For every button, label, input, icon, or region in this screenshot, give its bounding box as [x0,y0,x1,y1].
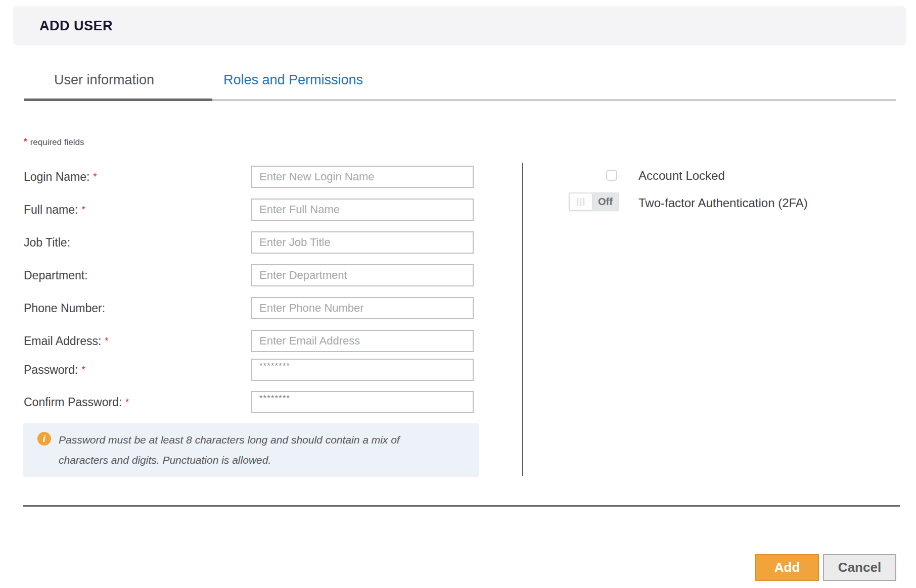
full-name-input[interactable] [251,199,474,221]
login-name-label: Login Name:* [24,170,97,184]
form-row-login-name: Login Name:* [0,166,506,188]
login-name-input[interactable] [251,166,474,188]
account-locked-checkbox[interactable] [606,170,617,181]
two-factor-label: Two-factor Authentication (2FA) [638,196,808,210]
email-address-input[interactable] [251,330,474,352]
tab-user-information[interactable]: User information [54,72,154,88]
tab-roles-permissions[interactable]: Roles and Permissions [223,72,363,88]
cancel-button[interactable]: Cancel [823,554,896,581]
password-label: Password:* [24,363,85,377]
form-row-confirm-password: Confirm Password:* [0,391,506,413]
toggle-state-label: Off [592,196,619,208]
toggle-grip-line [580,198,581,206]
add-user-button[interactable]: Add [755,554,819,581]
vertical-divider [522,163,523,476]
job-title-label: Job Title: [24,236,70,250]
department-input[interactable] [251,264,474,286]
confirm-password-input[interactable] [251,391,474,413]
footer-divider [23,505,900,507]
active-tab-underline [24,99,212,101]
required-asterisk: * [125,397,129,407]
toggle-grip-line [577,198,578,206]
phone-number-input[interactable] [251,297,474,319]
toggle-knob [570,193,592,210]
form-row-department: Department: [0,264,506,286]
info-icon: i [37,432,51,446]
required-asterisk: * [81,205,85,215]
form-row-password: Password:* [0,359,506,381]
dialog-header: ADD USER [13,6,906,45]
form-row-email-address: Email Address:* [0,330,506,352]
toggle-grip-line [583,198,584,206]
password-input[interactable] [251,359,474,381]
required-note-text: required fields [30,137,84,147]
department-label: Department: [24,269,88,282]
form-row-phone-number: Phone Number: [0,297,506,319]
confirm-password-label: Confirm Password:* [24,396,129,409]
add-user-dialog: ADD USER User information Roles and Perm… [0,0,916,588]
password-hint-text: Password must be at least 8 characters l… [59,430,418,470]
phone-number-label: Phone Number: [24,302,105,315]
required-asterisk: * [81,365,85,375]
account-locked-label: Account Locked [638,169,725,183]
required-asterisk: * [105,336,108,346]
two-factor-toggle[interactable]: Off [569,192,619,211]
required-asterisk: * [93,172,97,182]
form-row-full-name: Full name:* [0,199,506,221]
job-title-input[interactable] [251,231,474,254]
password-hint-box: i Password must be at least 8 characters… [23,423,479,477]
page-title: ADD USER [39,18,113,34]
required-fields-note: *required fields [24,137,84,148]
full-name-label: Full name:* [24,203,85,217]
email-address-label: Email Address:* [24,334,108,348]
required-asterisk: * [24,137,27,146]
form-row-job-title: Job Title: [0,231,506,254]
